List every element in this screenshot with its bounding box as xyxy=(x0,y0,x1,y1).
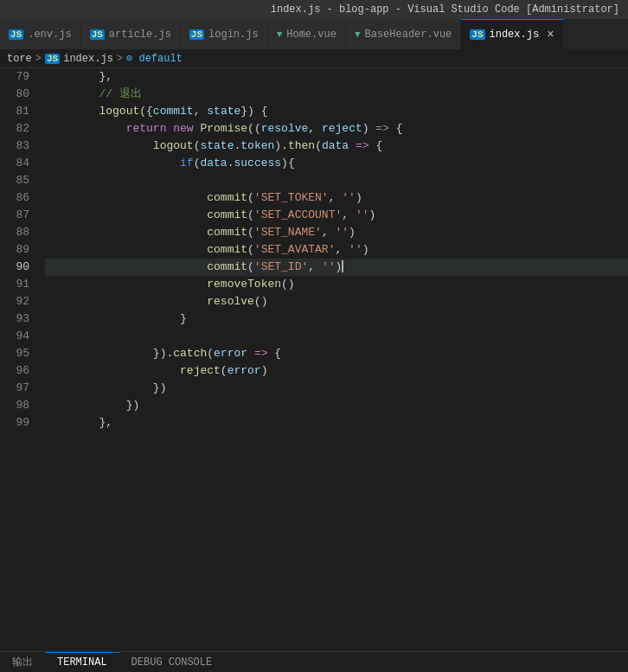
code-line-97: }) xyxy=(45,380,628,397)
ln-98: 98 xyxy=(0,397,29,414)
code-line-99: }, xyxy=(45,414,628,432)
tab-index[interactable]: JS index.js × xyxy=(461,19,563,49)
code-line-90: commit('SET_ID', '') xyxy=(45,259,628,276)
tab-baseheader[interactable]: ▼ BaseHeader.vue xyxy=(346,19,461,49)
code-line-83: logout(state.token).then(data => { xyxy=(45,138,628,155)
code-line-96: reject(error) xyxy=(45,362,628,380)
ln-87: 87 xyxy=(0,207,29,224)
ln-85: 85 xyxy=(0,172,29,189)
vue-icon-home: ▼ xyxy=(277,29,283,40)
bottom-tab-terminal-label: TERMINAL xyxy=(57,656,107,669)
line-numbers: 79 80 81 82 83 84 85 86 87 88 89 90 91 9… xyxy=(0,68,36,651)
ln-97: 97 xyxy=(0,380,29,397)
code-line-98: }) xyxy=(45,397,628,414)
breadcrumb-js-icon-small: JS xyxy=(45,54,60,64)
code-line-81: logout({commit, state}) { xyxy=(45,103,628,120)
bottom-tab-debug-label: DEBUG CONSOLE xyxy=(131,656,213,669)
tab-label-login: login.js xyxy=(208,29,259,41)
tab-label-env: .env.js xyxy=(28,29,71,41)
vue-icon-baseheader: ▼ xyxy=(355,29,361,40)
title-bar: index.js - blog-app - Visual Studio Code… xyxy=(0,0,628,19)
js-icon-article: JS xyxy=(90,29,105,40)
ln-90: 90 xyxy=(0,259,29,276)
breadcrumb-sep1: > xyxy=(35,53,42,65)
bottom-tab-output[interactable]: 输出 xyxy=(0,652,45,673)
breadcrumb-sep2: > xyxy=(117,53,123,65)
tab-login[interactable]: JS login.js xyxy=(181,19,268,49)
code-line-93: } xyxy=(45,310,628,328)
bottom-panel: 输出 TERMINAL DEBUG CONSOLE xyxy=(0,651,628,672)
code-line-87: commit('SET_ACCOUNT', '') xyxy=(45,207,628,224)
bottom-tab-output-label: 输出 xyxy=(12,655,33,669)
js-icon-index: JS xyxy=(470,29,484,40)
code-line-79: }, xyxy=(45,68,628,86)
code-area: 79 80 81 82 83 84 85 86 87 88 89 90 91 9… xyxy=(0,68,628,651)
tab-label-home: Home.vue xyxy=(286,29,336,41)
code-content[interactable]: }, // 退出 logout({commit, state}) { retur… xyxy=(36,68,628,651)
code-line-95: }).catch(error => { xyxy=(45,345,628,362)
code-line-94 xyxy=(45,328,628,345)
ln-89: 89 xyxy=(0,241,29,259)
tab-env[interactable]: JS .env.js xyxy=(0,19,81,49)
js-icon-env: JS xyxy=(9,29,23,40)
breadcrumb-store: tore xyxy=(7,53,32,65)
title-text: index.js - blog-app - Visual Studio Code… xyxy=(271,3,619,16)
ln-94: 94 xyxy=(0,328,29,345)
ln-81: 81 xyxy=(0,103,29,120)
code-line-82: return new Promise((resolve, reject) => … xyxy=(45,120,628,138)
code-line-85 xyxy=(45,172,628,189)
ln-84: 84 xyxy=(0,155,29,172)
ln-92: 92 xyxy=(0,293,29,310)
ln-82: 82 xyxy=(0,120,29,138)
ln-83: 83 xyxy=(0,138,29,155)
code-line-88: commit('SET_NAME', '') xyxy=(45,224,628,241)
ln-93: 93 xyxy=(0,310,29,328)
close-tab-button[interactable]: × xyxy=(547,29,554,41)
code-line-86: commit('SET_TOKEN', '') xyxy=(45,189,628,207)
breadcrumb-file: index.js xyxy=(63,53,113,65)
ln-86: 86 xyxy=(0,189,29,207)
bottom-tab-debug[interactable]: DEBUG CONSOLE xyxy=(119,652,225,673)
ln-79: 79 xyxy=(0,68,29,86)
ln-96: 96 xyxy=(0,362,29,380)
code-line-80: // 退出 xyxy=(45,86,628,103)
ln-88: 88 xyxy=(0,224,29,241)
bottom-tab-terminal[interactable]: TERMINAL xyxy=(45,652,119,673)
tab-bar: JS .env.js JS article.js JS login.js ▼ H… xyxy=(0,19,628,49)
ln-99: 99 xyxy=(0,414,29,432)
ln-95: 95 xyxy=(0,345,29,362)
tab-article[interactable]: JS article.js xyxy=(81,19,181,49)
tab-label-index: index.js xyxy=(490,29,540,41)
ln-91: 91 xyxy=(0,276,29,293)
code-line-91: removeToken() xyxy=(45,276,628,293)
js-icon-login: JS xyxy=(189,29,204,40)
ln-80: 80 xyxy=(0,86,29,103)
breadcrumb: tore > JS index.js > ⊙ default xyxy=(0,49,628,68)
code-line-89: commit('SET_AVATAR', '') xyxy=(45,241,628,259)
tab-label-article: article.js xyxy=(109,29,171,41)
tab-label-baseheader: BaseHeader.vue xyxy=(364,29,452,41)
code-line-84: if(data.success){ xyxy=(45,155,628,172)
tab-home[interactable]: ▼ Home.vue xyxy=(268,19,346,49)
breadcrumb-symbol: ⊙ default xyxy=(126,52,183,65)
code-line-92: resolve() xyxy=(45,293,628,310)
